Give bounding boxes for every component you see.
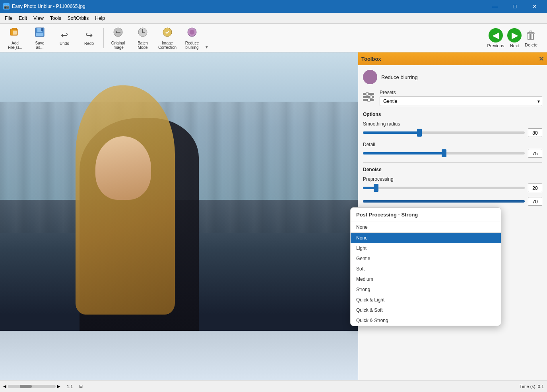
window-controls: — □ ✕ xyxy=(486,0,544,13)
denoise-label: Denoise xyxy=(363,167,542,172)
menu-view[interactable]: View xyxy=(30,14,47,23)
toolbox-content: Reduce blurring Presets xyxy=(358,65,547,215)
postprocessing-track[interactable] xyxy=(363,200,525,203)
toolbox-header: Toolbox ✕ xyxy=(358,52,547,65)
svg-rect-1 xyxy=(12,28,17,30)
delete-button[interactable]: 🗑 Delete xyxy=(525,29,537,47)
dropdown-item-soft[interactable]: Soft xyxy=(351,264,501,274)
batch-mode-button[interactable]: Batch Mode xyxy=(131,25,155,51)
dropdown-item-none[interactable]: None xyxy=(351,233,501,243)
maximize-button[interactable]: □ xyxy=(506,0,524,13)
redo-label: Redo xyxy=(84,41,94,46)
reduce-blurring-panel-label: Reduce blurring xyxy=(381,74,418,80)
smoothing-radius-slider-wrap: 80 xyxy=(363,128,542,137)
save-as-icon xyxy=(34,27,45,40)
title-bar: 📷 Easy Photo Unblur - P1100665.jpg — □ ✕ xyxy=(0,0,547,13)
svg-rect-5 xyxy=(41,28,43,31)
dropdown-item-light[interactable]: Light xyxy=(351,243,501,253)
preprocessing-slider-wrap: 20 xyxy=(363,183,542,192)
scroll-thumb xyxy=(20,385,32,388)
image-correction-icon xyxy=(162,27,173,40)
reduce-blurring-button[interactable]: Reduce blurring xyxy=(180,25,204,51)
detail-track[interactable] xyxy=(363,152,525,154)
svg-point-9 xyxy=(142,31,144,33)
next-label: Next xyxy=(510,43,519,48)
original-image-icon xyxy=(113,27,124,40)
preprocessing-thumb[interactable] xyxy=(374,184,378,192)
toolbox-close-button[interactable]: ✕ xyxy=(539,55,544,63)
smoothing-radius-value[interactable]: 80 xyxy=(528,128,542,137)
detail-thumb[interactable] xyxy=(442,149,446,157)
menu-file[interactable]: File xyxy=(2,14,16,23)
dropdown-item-quick-soft[interactable]: Quick & Soft xyxy=(351,305,501,315)
menu-tools[interactable]: Tools xyxy=(47,14,64,23)
scroll-bar[interactable] xyxy=(8,385,56,388)
trash-icon: 🗑 xyxy=(526,29,537,42)
menu-softorbits[interactable]: SoftOrbits xyxy=(64,14,92,23)
dropdown-item-strong[interactable]: Strong xyxy=(351,284,501,295)
popup-current-value: None xyxy=(351,222,501,232)
presets-select[interactable]: None Gentle Soft Medium Strong xyxy=(380,97,542,106)
svg-rect-18 xyxy=(368,99,370,102)
postprocessing-value[interactable]: 70 xyxy=(528,197,542,206)
menu-help[interactable]: Help xyxy=(92,14,108,23)
image-correction-button[interactable]: Image Correction xyxy=(155,25,179,51)
smoothing-radius-fill xyxy=(363,131,419,134)
presets-icon xyxy=(363,92,376,104)
undo-button[interactable]: ↩ Undo xyxy=(52,25,76,51)
original-image-button[interactable]: Original Image xyxy=(106,25,130,51)
undo-icon: ↩ xyxy=(61,30,68,41)
svg-rect-17 xyxy=(370,96,372,98)
toolbox-title: Toolbox xyxy=(361,56,381,62)
svg-rect-6 xyxy=(36,33,43,36)
app-icon: 📷 xyxy=(3,3,10,10)
reduce-blurring-icon xyxy=(186,27,198,40)
popup-title: Post Processing - Strong xyxy=(351,208,501,222)
nav-area: ◀ Previous ▶ Next 🗑 Delete xyxy=(487,28,544,48)
zoom-in-button[interactable]: ▶ xyxy=(57,384,60,388)
preprocessing-value[interactable]: 20 xyxy=(528,183,542,192)
preprocessing-track[interactable] xyxy=(363,187,525,189)
toolbar: Add File(s)... Save as... ↩ Undo ↪ Redo xyxy=(0,24,547,52)
next-icon: ▶ xyxy=(507,28,522,42)
presets-row: Presets None Gentle Soft Medium Strong ▼ xyxy=(363,90,542,106)
dropdown-item-medium[interactable]: Medium xyxy=(351,274,501,284)
dropdown-item-gentle[interactable]: Gentle xyxy=(351,253,501,264)
save-as-button[interactable]: Save as... xyxy=(28,25,52,51)
svg-point-10 xyxy=(163,28,172,37)
detail-label: Detail xyxy=(363,142,542,147)
image-area xyxy=(0,52,358,380)
undo-label: Undo xyxy=(60,41,69,46)
dropdown-item-quick-strong[interactable]: Quick & Strong xyxy=(351,315,501,326)
minimize-button[interactable]: — xyxy=(486,0,504,13)
zoom-out-button[interactable]: ◀ xyxy=(3,384,6,388)
menu-bar: File Edit View Tools SoftOrbits Help xyxy=(0,13,547,24)
zoom-ratio: 1:1 xyxy=(67,384,73,389)
toolbar-dropdown-arrow[interactable]: ▼ xyxy=(205,25,209,51)
close-button[interactable]: ✕ xyxy=(526,0,544,13)
post-processing-popup: Post Processing - Strong None None Light… xyxy=(350,207,501,326)
dropdown-item-quick-light[interactable]: Quick & Light xyxy=(351,295,501,305)
previous-button[interactable]: ◀ Previous xyxy=(487,28,504,48)
batch-mode-icon xyxy=(137,27,148,40)
section-divider xyxy=(363,162,542,163)
detail-slider-wrap: 75 xyxy=(363,149,542,158)
zoom-fit-icon[interactable]: ⊞ xyxy=(79,384,83,389)
smoothing-radius-row: Smoothing radius 80 xyxy=(363,121,542,137)
redo-button[interactable]: ↪ Redo xyxy=(77,25,101,51)
next-button[interactable]: ▶ Next xyxy=(507,28,522,48)
original-image-label: Original Image xyxy=(111,41,125,50)
main-area: Toolbox ✕ Reduce blurring xyxy=(0,52,547,380)
smoothing-radius-thumb[interactable] xyxy=(417,129,422,137)
time-label: Time (s): 0.1 xyxy=(520,384,544,389)
menu-edit[interactable]: Edit xyxy=(16,14,30,23)
reduce-blurring-panel-icon xyxy=(363,70,377,84)
smoothing-radius-track[interactable] xyxy=(363,131,525,134)
delete-label: Delete xyxy=(525,42,537,47)
add-files-button[interactable]: Add File(s)... xyxy=(3,25,27,51)
scroll-area xyxy=(8,385,56,388)
detail-row: Detail 75 xyxy=(363,142,542,158)
window-title: Easy Photo Unblur - P1100665.jpg xyxy=(12,4,85,9)
add-files-icon xyxy=(10,27,21,40)
detail-value[interactable]: 75 xyxy=(528,149,542,158)
